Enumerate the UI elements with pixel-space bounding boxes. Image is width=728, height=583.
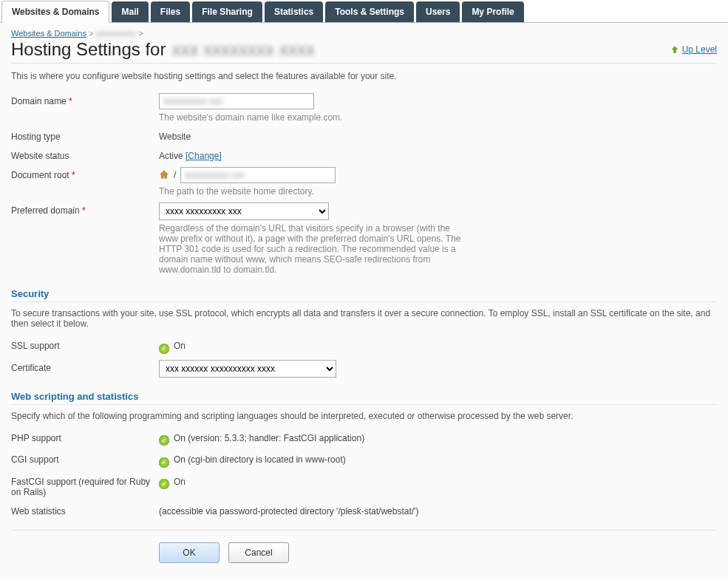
label-hosting-type: Hosting type [11,129,159,142]
section-security-title: Security [11,288,717,302]
tab-my-profile[interactable]: My Profile [462,1,523,22]
page-title-prefix: Hosting Settings for [11,39,166,60]
row-ssl-support: SSL support ✓On [11,338,717,354]
up-level-label: Up Level [682,44,717,55]
cgi-support-value: On (cgi-bin directory is located in www-… [174,451,346,465]
tab-mail[interactable]: Mail [112,1,148,22]
check-icon: ✓ [159,435,169,446]
page-title: Hosting Settings for xxx xxxxxxxx xxxx [11,39,315,60]
website-status-change-link[interactable]: [Change] [186,151,222,161]
ok-button[interactable]: OK [159,542,220,563]
required-marker: * [69,96,72,106]
php-support-value: On (version: 5.3.3; handler: FastCGI app… [174,430,364,443]
tab-file-sharing[interactable]: File Sharing [192,1,262,22]
row-document-root: Document root * / The path to the websit… [11,167,717,197]
check-icon: ✓ [159,479,169,489]
label-certificate: Certificate [11,360,159,373]
tab-users[interactable]: Users [416,1,460,22]
required-marker: * [82,205,86,216]
content-area: Websites & Domains > xxxxxxxxxx > Hostin… [0,22,728,578]
label-cgi-support: CGI support [11,451,159,465]
check-icon: ✓ [159,344,169,354]
label-fastcgi-support: FastCGI support (required for Ruby on Ra… [11,474,159,497]
page-header: Hosting Settings for xxx xxxxxxxx xxxx U… [11,39,717,64]
breadcrumb: Websites & Domains > xxxxxxxxxx > [11,29,717,38]
certificate-select[interactable]: xxx xxxxxx xxxxxxxxxx xxxx [159,360,336,378]
check-icon: ✓ [159,457,169,468]
web-statistics-value: (accessible via password-protected direc… [159,503,418,516]
home-icon [159,169,169,182]
tab-tools-settings[interactable]: Tools & Settings [325,1,414,22]
main-tabs: Websites & Domains Mail Files File Shari… [0,0,728,22]
up-arrow-icon [670,45,679,54]
button-bar: OK Cancel [11,530,717,563]
label-php-support: PHP support [11,430,159,443]
row-certificate: Certificate xxx xxxxxx xxxxxxxxxx xxxx [11,360,717,378]
intro-text: This is where you configure website host… [11,71,717,81]
document-root-slash: / [174,170,176,180]
label-web-statistics: Web statistics [11,503,159,516]
tab-websites-domains[interactable]: Websites & Domains [1,1,109,23]
preferred-domain-hint: Regardless of the domain's URL that visi… [159,223,469,275]
row-hosting-type: Hosting type Website [11,129,717,142]
row-php-support: PHP support ✓On (version: 5.3.3; handler… [11,430,717,446]
domain-name-input[interactable] [159,93,314,109]
website-status-value: Active [159,148,183,161]
ssl-support-value: On [174,338,186,351]
cancel-button[interactable]: Cancel [228,542,289,563]
label-document-root: Document root * [11,167,159,180]
row-cgi-support: CGI support ✓On (cgi-bin directory is lo… [11,451,717,468]
label-ssl-support: SSL support [11,338,159,351]
row-preferred-domain: Preferred domain * xxxx xxxxxxxxx xxx Re… [11,202,717,275]
document-root-hint: The path to the website home directory. [159,186,469,197]
breadcrumb-sep: > [89,29,93,38]
row-website-status: Website status Active [Change] [11,148,717,161]
up-level-link[interactable]: Up Level [670,44,717,55]
required-marker: * [72,170,75,180]
section-security-desc: To secure transactions with your site, u… [11,308,717,329]
label-preferred-domain: Preferred domain * [11,202,159,216]
row-fastcgi-support: FastCGI support (required for Ruby on Ra… [11,474,717,497]
label-website-status: Website status [11,148,159,161]
preferred-domain-select[interactable]: xxxx xxxxxxxxx xxx [159,202,329,220]
fastcgi-support-value: On [174,474,186,487]
row-web-statistics: Web statistics (accessible via password-… [11,503,717,516]
label-domain-name: Domain name * [11,93,159,106]
breadcrumb-current: xxxxxxxxxx [95,29,136,38]
hosting-type-value: Website [159,129,191,142]
breadcrumb-sep: > [139,29,143,38]
domain-name-hint: The website's domain name like example.c… [159,112,469,123]
breadcrumb-root-link[interactable]: Websites & Domains [11,29,86,38]
section-scripting-title: Web scripting and statistics [11,391,717,405]
tab-files[interactable]: Files [151,1,190,22]
row-domain-name: Domain name * The website's domain name … [11,93,717,123]
page-title-domain: xxx xxxxxxxx xxxx [171,39,314,60]
section-scripting-desc: Specify which of the following programmi… [11,411,717,421]
document-root-input[interactable] [180,167,336,183]
tab-statistics[interactable]: Statistics [265,1,323,22]
